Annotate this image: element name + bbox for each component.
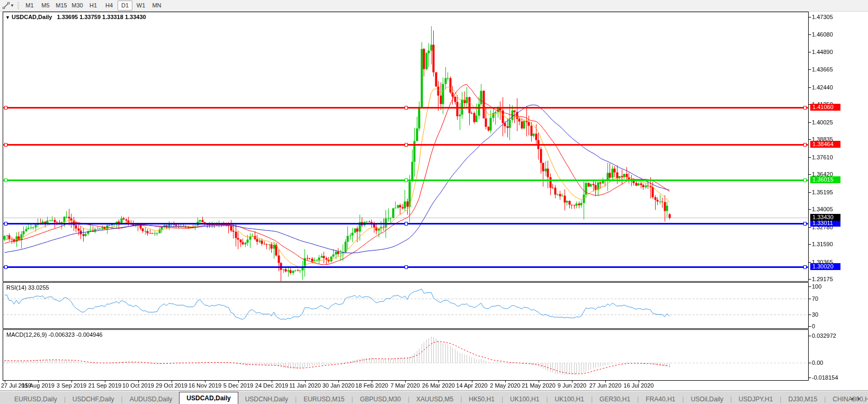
chart-symbol-label: USDCAD,Daily [12,14,52,20]
price-axis-tick-label: 1.47305 [812,14,849,20]
rsi-axis-tick-label: 100 [812,283,849,290]
macd-axis-tick-label: -0.018154 [812,374,849,381]
date-axis-label: 27 Jun 2020 [588,382,623,389]
price-axis-tick-label: 1.43665 [812,66,849,73]
chart-collapse-icon[interactable]: ▼ [5,15,10,20]
rsi-axis-tick-label: 70 [812,295,849,302]
macd-axis-tick-label: 0.00 [812,360,849,366]
date-axis-label: 14 Apr 2020 [454,382,489,389]
rsi-indicator-label: RSI(14) 33.0255 [6,284,49,291]
tab-gbpusd-m30[interactable]: GBPUSD,M30 [353,394,408,404]
date-axis-label: 18 Feb 2020 [354,382,389,389]
price-axis-tick-label: 1.40025 [812,119,849,125]
chart-ohlc-values: 1.33695 1.33759 1.33318 1.33430 [57,14,146,20]
tab-eurusd-m15[interactable]: EURUSD,M15 [297,394,351,404]
date-axis-label: 26 Mar 2020 [421,382,456,389]
date-axis-label: 30 Jan 2020 [321,382,356,389]
price-axis-tick-label: 1.44890 [812,49,849,55]
rsi-axis-tick-label: 30 [812,311,849,318]
hline-price-label[interactable]: 1.30020 [810,263,840,270]
tab-eurusd-daily[interactable]: EURUSD,Daily [7,394,64,404]
date-axis-label: 2 May 2020 [488,382,523,389]
price-axis-tick-label: 1.35195 [812,189,849,195]
tab-scroll-arrows: ◂▸ [851,395,865,402]
macd-axis-tick-label: 0.032972 [812,333,849,339]
price-axis-tick-label: 1.46080 [812,31,849,38]
chart-canvas[interactable] [0,0,868,404]
date-axis-label: 3 Sep 2019 [54,382,89,389]
current-price-label: 1.33430 [810,214,840,221]
date-axis-label: 16 Nov 2019 [187,382,222,389]
date-axis-label: 10 Oct 2019 [121,382,156,389]
date-axis-label: 16 Jul 2020 [621,382,656,389]
price-axis-tick-label: 1.42440 [812,84,849,91]
tab-uk100-h1[interactable]: UK100,H1 [548,394,591,404]
rsi-axis-tick-label: 0 [812,323,849,329]
tab-dj30-m15[interactable]: DJ30,M15 [781,394,824,404]
date-axis-label: 15 Aug 2019 [21,382,56,389]
date-axis-label: 11 Jan 2020 [288,382,323,389]
date-axis-label: 21 Sep 2019 [87,382,122,389]
tab-usdchf-daily[interactable]: USDCHF,Daily [66,394,121,404]
mt4-terminal: ▼ M1M5M15M30H1H4D1W1MN ▼ USDCAD,Daily 1.… [0,0,868,404]
tab-audusd-daily[interactable]: AUDUSD,Daily [123,394,180,404]
hline-price-label[interactable]: 1.36015 [810,176,840,183]
price-axis-tick-label: 1.29175 [812,276,849,282]
macd-indicator-label: MACD(12,26,9) -0.006323 -0.004946 [6,331,103,338]
tab-scroll-left-icon[interactable]: ◂ [851,395,858,401]
date-axis-label: 9 Jun 2020 [554,382,589,389]
date-axis-label: 7 Mar 2020 [388,382,423,389]
chart-tabs: EURUSD,Daily|USDCHF,Daily|AUDUSD,DailyUS… [7,392,868,404]
price-axis-tick-label: 1.31590 [812,241,849,247]
tab-fra40-h1[interactable]: FRA40,H1 [639,394,682,404]
price-axis-tick-label: 1.37610 [812,154,849,160]
tab-ger30-h1[interactable]: GER30,H1 [593,394,637,404]
chart-tab-bar: EURUSD,Daily|USDCHF,Daily|AUDUSD,DailyUS… [0,390,868,404]
chart-title: ▼ USDCAD,Daily 1.33695 1.33759 1.33318 1… [5,14,146,20]
tab-scroll-right-icon[interactable]: ▸ [857,395,865,401]
tab-uk100-h1[interactable]: UK100,H1 [503,394,546,404]
date-axis-label: 21 May 2020 [521,382,556,389]
tab-usdjpy-h1[interactable]: USDJPY,H1 [732,394,780,404]
tab-usoil-daily[interactable]: USOil,Daily [684,394,730,404]
date-axis-label: 5 Dec 2019 [221,382,256,389]
date-axis-label: 29 Oct 2019 [154,382,189,389]
tab-xauusd-m5[interactable]: XAUUSD,M5 [409,394,460,404]
hline-price-label[interactable]: 1.38464 [810,141,840,148]
tab-usdcad-daily[interactable]: USDCAD,Daily [179,392,238,404]
date-axis-label: 24 Dec 2019 [254,382,289,389]
tab-usdcnh-daily[interactable]: USDCNH,Daily [238,394,295,404]
tab-hk50-h1[interactable]: HK50,H1 [462,394,502,404]
price-axis-tick-label: 1.34005 [812,206,849,212]
hline-price-label[interactable]: 1.41060 [810,104,840,111]
